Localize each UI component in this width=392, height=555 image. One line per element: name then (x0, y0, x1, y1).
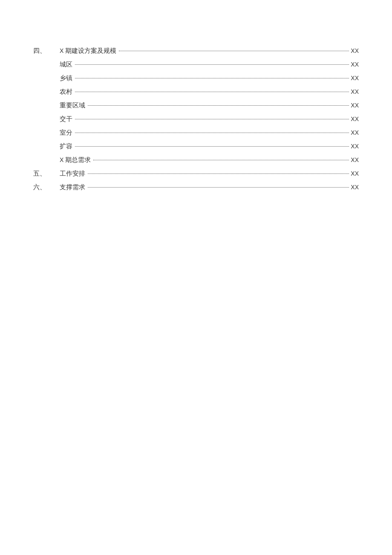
toc-row: 室分XX (33, 128, 359, 138)
toc-content: X 期总需求XX (60, 155, 359, 165)
toc-content: 交干XX (60, 114, 359, 124)
toc-content: X 期建设方案及规模XX (60, 46, 359, 56)
toc-title-text: 交干 (60, 116, 72, 122)
toc-page-number: XX (350, 142, 359, 151)
toc-title: X 期总需求 (60, 155, 92, 165)
toc-content: 重要区域XX (60, 101, 359, 110)
toc-title-text: 期建设方案及规模 (63, 47, 116, 54)
toc-title: 乡镇 (60, 73, 74, 83)
toc-leader (88, 187, 349, 188)
toc-row: 重要区域XX (33, 101, 359, 110)
toc-content: 城区XX (60, 60, 359, 69)
toc-row: 四、X 期建设方案及规模XX (33, 46, 359, 56)
toc-page-number: XX (350, 46, 359, 55)
toc-leader (75, 64, 349, 65)
toc-title: 重要区域 (60, 101, 87, 110)
toc-content: 农村XX (60, 87, 359, 97)
toc-leader (75, 92, 349, 92)
toc-title-text: 工作安排 (60, 170, 85, 177)
toc-leader (75, 119, 349, 119)
toc-row: 扩容XX (33, 142, 359, 151)
toc-content: 扩容XX (60, 142, 359, 151)
toc-row: 乡镇XX (33, 73, 359, 83)
toc-title: 扩容 (60, 142, 74, 151)
toc-title-text: 室分 (60, 129, 72, 136)
toc-marker: 四、 (33, 46, 60, 56)
toc-content: 乡镇XX (60, 73, 359, 83)
toc-content: 支撑需求XX (60, 182, 359, 192)
toc-title-text: 农村 (60, 88, 72, 95)
toc-row: 五、工作安排XX (33, 169, 359, 179)
toc-page-number: XX (350, 183, 359, 192)
toc-marker: 六、 (33, 182, 60, 192)
toc-title: 交干 (60, 114, 74, 124)
toc-row: 六、支撑需求XX (33, 182, 359, 192)
toc-content: 工作安排XX (60, 169, 359, 179)
toc-title-text: 城区 (60, 61, 72, 68)
toc-row: 交干XX (33, 114, 359, 124)
toc-leader (88, 173, 349, 174)
toc-page-number: XX (350, 169, 359, 178)
toc-leader (93, 160, 349, 160)
toc-row: 农村XX (33, 87, 359, 97)
toc-row: 城区XX (33, 60, 359, 69)
toc-leader (88, 105, 349, 106)
toc-title-text: 支撑需求 (60, 184, 85, 191)
toc-title: 支撑需求 (60, 182, 87, 192)
toc-title-prefix: X (60, 156, 63, 163)
table-of-contents: 四、X 期建设方案及规模XX城区XX乡镇XX农村XX重要区域XX交干XX室分XX… (33, 46, 359, 192)
toc-title: X 期建设方案及规模 (60, 46, 118, 56)
toc-page-number: XX (350, 87, 359, 96)
toc-leader (75, 133, 349, 133)
toc-page-number: XX (350, 60, 359, 69)
toc-page-number: XX (350, 101, 359, 110)
toc-title-text: 乡镇 (60, 75, 72, 81)
toc-title: 农村 (60, 87, 74, 97)
toc-title-text: 扩容 (60, 143, 72, 150)
toc-page-number: XX (350, 74, 359, 83)
toc-content: 室分XX (60, 128, 359, 138)
toc-title: 城区 (60, 60, 74, 69)
toc-title-prefix: X (60, 47, 63, 54)
toc-leader (75, 146, 349, 147)
toc-page-number: XX (350, 115, 359, 124)
toc-row: X 期总需求XX (33, 155, 359, 165)
toc-page-number: XX (350, 156, 359, 165)
toc-leader (119, 51, 349, 51)
toc-title: 室分 (60, 128, 74, 138)
toc-title: 工作安排 (60, 169, 87, 179)
toc-title-text: 重要区域 (60, 102, 85, 109)
toc-marker: 五、 (33, 169, 60, 179)
toc-page-number: XX (350, 128, 359, 137)
toc-title-text: 期总需求 (63, 156, 91, 163)
toc-leader (75, 78, 349, 78)
